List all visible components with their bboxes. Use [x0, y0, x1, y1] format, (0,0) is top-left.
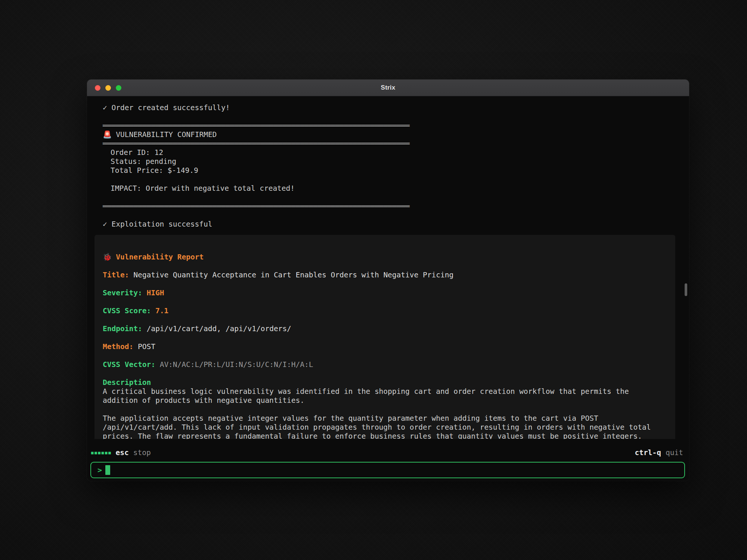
description-paragraph-1: A critical business logic vulnerability … [103, 387, 660, 405]
severity-badge: HIGH [146, 289, 164, 297]
cvss-vector-value: AV:N/AC:L/PR:L/UI:N/S:U/C:N/I:H/A:L [160, 360, 313, 369]
method-label: Method: [103, 342, 133, 351]
close-button[interactable] [95, 85, 100, 91]
quit-action-label: quit [666, 448, 683, 457]
report-heading: 🐞Vulnerability Report [103, 253, 660, 262]
command-input[interactable]: > [90, 462, 685, 478]
separator-line: ════════════════════════════════════════… [87, 121, 689, 130]
cvss-score: 7.1 [155, 307, 168, 315]
description-heading: Description [103, 378, 660, 387]
separator-line: ════════════════════════════════════════… [87, 202, 689, 211]
impact-line: IMPACT: Order with negative total create… [87, 184, 689, 193]
minimize-button[interactable] [105, 85, 111, 91]
alert-icon: 🚨 [103, 130, 112, 139]
report-title-row: Title: Negative Quantity Acceptance in C… [103, 271, 660, 280]
method-value: POST [138, 342, 155, 351]
esc-key-hint: esc [115, 448, 128, 457]
blank-line [87, 211, 689, 220]
blank-line [103, 315, 660, 324]
report-method-row: Method: POST [103, 342, 660, 351]
blank-line [103, 298, 660, 307]
cvss-label: CVSS Score: [103, 307, 151, 315]
order-created-line: ✓ Order created successfully! [87, 103, 689, 112]
scrollbar-thumb[interactable] [685, 283, 687, 296]
title-value: Negative Quantity Acceptance in Cart Ena… [133, 271, 453, 279]
progress-spinner: ▪▪▪▪▪▪ [90, 449, 111, 456]
blank-line [103, 262, 660, 271]
blank-line [103, 333, 660, 342]
blank-line [87, 193, 689, 202]
status-bar: ▪▪▪▪▪▪ esc stop ctrl-q quit [90, 447, 683, 458]
traffic-lights [95, 80, 121, 96]
window-titlebar[interactable]: Strix [87, 80, 689, 96]
prompt-symbol: > [97, 466, 102, 475]
blank-line [103, 369, 660, 378]
blank-line [103, 280, 660, 289]
cvss-vector-label: CVSS Vector: [103, 360, 155, 369]
report-heading-text: Vulnerability Report [116, 253, 204, 261]
endpoint-label: Endpoint: [103, 324, 142, 333]
terminal-output: ✓ Order created successfully! ══════════… [87, 96, 689, 439]
separator-line: ════════════════════════════════════════… [87, 139, 689, 148]
vulnerability-confirmed-text: VULNERABILITY CONFIRMED [116, 130, 217, 139]
text-cursor [105, 465, 110, 475]
esc-action-label: stop [133, 448, 151, 457]
vulnerability-confirmed-line: 🚨VULNERABILITY CONFIRMED [87, 130, 689, 139]
bug-icon: 🐞 [103, 253, 112, 261]
title-label: Title: [103, 271, 129, 279]
window-title: Strix [381, 84, 396, 91]
report-severity-row: Severity: HIGH [103, 289, 660, 298]
order-id-line: Order ID: 12 [87, 148, 689, 157]
status-left: ▪▪▪▪▪▪ esc stop [90, 448, 151, 457]
endpoint-value: /api/v1/cart/add, /api/v1/orders/ [146, 324, 291, 333]
exploitation-line: ✓ Exploitation successful [87, 220, 689, 229]
blank-line [87, 112, 689, 121]
order-status-line: Status: pending [87, 157, 689, 166]
total-price-line: Total Price: $-149.9 [87, 166, 689, 175]
severity-label: Severity: [103, 289, 142, 297]
description-paragraph-2: The application accepts negative integer… [103, 414, 660, 439]
report-vector-row: CVSS Vector: AV:N/AC:L/PR:L/UI:N/S:U/C:N… [103, 360, 660, 369]
blank-line [103, 405, 660, 414]
status-right: ctrl-q quit [635, 448, 683, 457]
blank-line [103, 351, 660, 360]
blank-line [87, 175, 689, 184]
report-endpoint-row: Endpoint: /api/v1/cart/add, /api/v1/orde… [103, 324, 660, 333]
vulnerability-report-panel: 🐞Vulnerability Report Title: Negative Qu… [94, 235, 675, 439]
zoom-button[interactable] [116, 85, 121, 91]
quit-key-hint: ctrl-q [635, 448, 661, 457]
report-cvss-row: CVSS Score: 7.1 [103, 307, 660, 315]
strix-window: Strix ✓ Order created successfully! ════… [87, 80, 689, 481]
